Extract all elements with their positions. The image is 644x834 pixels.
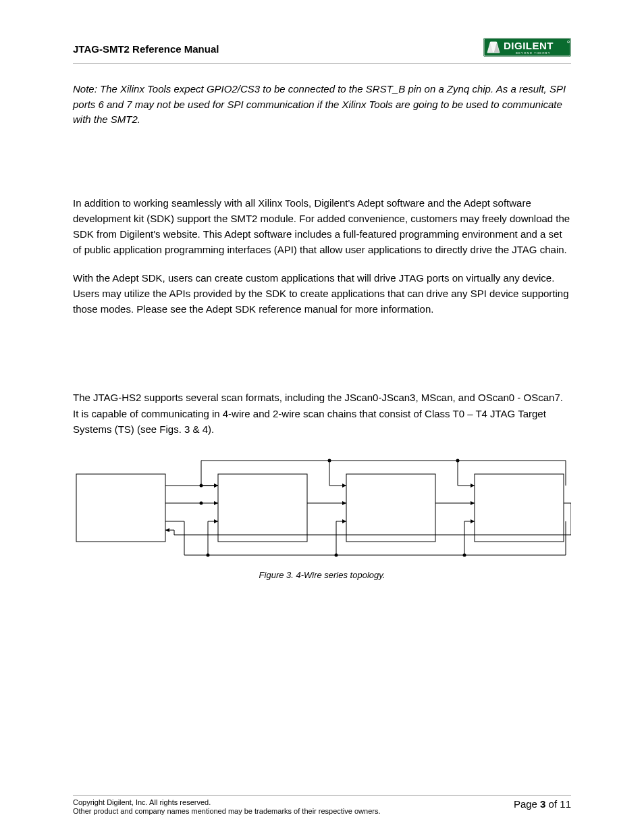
note-paragraph: Note: The Xilinx Tools expect GPIO2/CS3 … — [73, 82, 571, 128]
page-header: JTAG-SMT2 Reference Manual DIGILENT BEYO… — [73, 38, 571, 64]
document-title: JTAG-SMT2 Reference Manual — [73, 43, 219, 55]
page-footer: Copyright Digilent, Inc. All rights rese… — [73, 795, 571, 817]
paragraph-3: The JTAG-HS2 supports several scan forma… — [73, 390, 571, 437]
footer-trademark: Other product and company names mentione… — [73, 807, 381, 816]
figure-3-caption: Figure 3. 4-Wire series topology. — [73, 570, 571, 580]
logo-tagline: BEYOND THEORY — [516, 51, 551, 55]
svg-rect-9 — [346, 474, 435, 542]
svg-point-34 — [335, 554, 338, 557]
figure-3: Figure 3. 4-Wire series topology. — [73, 457, 571, 580]
paragraph-1: In addition to working seamlessly with a… — [73, 195, 571, 258]
footer-legal: Copyright Digilent, Inc. All rights rese… — [73, 798, 381, 817]
logo-text: DIGILENT — [504, 40, 554, 51]
svg-point-16 — [328, 459, 331, 463]
svg-rect-10 — [475, 474, 564, 542]
svg-point-17 — [456, 459, 460, 463]
body-text: In addition to working seamlessly with a… — [73, 195, 571, 438]
svg-point-31 — [207, 554, 210, 557]
digilent-logo: DIGILENT BEYOND THEORY R — [483, 38, 571, 59]
paragraph-2: With the Adept SDK, users can create cus… — [73, 270, 571, 317]
svg-point-22 — [200, 484, 203, 488]
svg-point-37 — [463, 554, 466, 557]
svg-point-44 — [200, 502, 203, 505]
footer-page-number: Page 3 of 11 — [514, 798, 571, 811]
svg-rect-8 — [218, 474, 307, 542]
svg-rect-7 — [76, 474, 165, 542]
footer-copyright: Copyright Digilent, Inc. All rights rese… — [73, 798, 381, 808]
